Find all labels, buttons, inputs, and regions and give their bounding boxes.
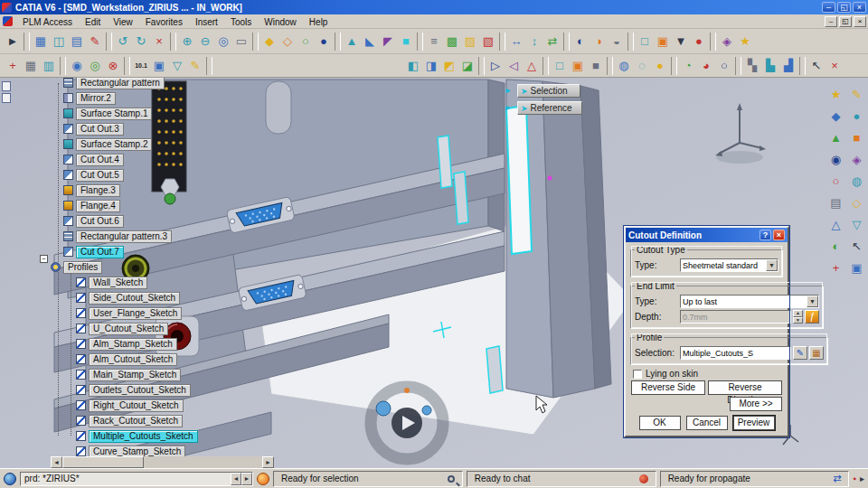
toolbar-icon[interactable] <box>799 57 806 75</box>
toolbar-icon[interactable]: ◨ <box>422 57 440 75</box>
toolbar-icon[interactable]: ▚ <box>743 57 761 75</box>
toolbar-icon[interactable]: ◑ <box>590 33 608 51</box>
toolbar-icon[interactable] <box>124 57 130 75</box>
toolbar-icon[interactable]: ● <box>315 33 333 51</box>
tree-item[interactable]: Main_Stamp_Sketch <box>76 367 198 382</box>
toolbar-icon[interactable] <box>735 57 741 75</box>
toolbar-icon[interactable] <box>478 57 485 75</box>
toolbar-icon[interactable]: ↔ <box>507 33 525 51</box>
toolbar-icon[interactable]: ▷ <box>486 57 505 75</box>
profile-selection-field[interactable] <box>680 346 791 360</box>
selection-chip[interactable]: ➤ Selection <box>517 84 580 98</box>
toolbar-icon[interactable] <box>417 33 423 51</box>
menu-item[interactable]: PLM Access <box>16 16 79 28</box>
compass-sphere-icon[interactable] <box>376 401 391 416</box>
menu-item[interactable]: Window <box>258 16 303 28</box>
toolbar-icon[interactable]: ◎ <box>86 57 104 75</box>
cutout-profile-highlight-main[interactable] <box>506 106 532 254</box>
reverse-side-button[interactable]: Reverse Side <box>631 380 705 395</box>
toolbar-icon[interactable]: ■ <box>847 128 866 147</box>
toolbar-icon[interactable]: ◐ <box>571 33 590 51</box>
restore-button[interactable]: ◱ <box>837 2 851 13</box>
close-button[interactable]: × <box>853 2 866 13</box>
tree-item[interactable]: Surface Stamp.1 <box>63 106 198 121</box>
toolbar-icon[interactable] <box>106 33 112 51</box>
toolbar-icon[interactable]: ◧ <box>404 57 422 75</box>
toolbar-icon[interactable]: ↺ <box>114 33 132 51</box>
toolbar-icon[interactable]: 10.1 <box>132 57 150 75</box>
toolbar-icon[interactable] <box>214 57 404 75</box>
tree-item[interactable]: Cut Out.6 <box>63 213 198 229</box>
reverse-direction-button[interactable]: Reverse Direction <box>708 380 782 395</box>
toolbar-icon[interactable] <box>170 33 176 51</box>
toolbar-icon[interactable]: ◉ <box>68 57 86 75</box>
more-button[interactable]: More >> <box>730 397 782 411</box>
toolbar-icon[interactable] <box>671 57 677 75</box>
cancel-button[interactable]: Cancel <box>686 416 728 430</box>
toolbar-icon[interactable]: ▼ <box>672 33 690 51</box>
tree-item[interactable]: Rectangular pattern.3 <box>63 229 198 244</box>
toolbar-icon[interactable]: × <box>150 33 168 51</box>
toolbar-icon[interactable] <box>607 57 613 75</box>
toolbar-icon[interactable]: ◩ <box>440 57 458 75</box>
tree-scrollbar[interactable]: ◄ ► <box>51 456 274 468</box>
mdi-restore-button[interactable]: ◱ <box>839 16 852 27</box>
toolbar-icon[interactable]: ▣ <box>569 57 587 75</box>
menu-item[interactable]: Edit <box>79 16 107 28</box>
tree-item[interactable]: Rack_Cutout_Sketch <box>76 413 198 428</box>
tree-item[interactable]: Right_Cutout_Sketch <box>76 398 198 413</box>
toolbar-icon[interactable]: ▽ <box>168 57 186 75</box>
toolbar-icon[interactable]: ▽ <box>847 215 866 234</box>
toolbar-icon[interactable]: ○ <box>715 57 733 75</box>
toolbar-icon[interactable]: ▥ <box>40 57 58 75</box>
tree-item[interactable]: Cut Out.7 <box>63 244 198 259</box>
prd-field[interactable]: prd: *ZIRIUS* ◄ ► <box>20 472 253 486</box>
cutout-type-dropdown[interactable]: Sheetmetal standard ▼ <box>680 258 778 272</box>
toolbar-icon[interactable]: ★ <box>826 85 845 104</box>
ok-button[interactable]: OK <box>639 416 681 430</box>
toolbar-icon[interactable]: ⇄ <box>543 33 561 51</box>
toolbar-icon[interactable]: ◁ <box>505 57 523 75</box>
tree-item[interactable]: Cut Out.4 <box>63 152 198 167</box>
toolbar-icon[interactable]: ▣ <box>150 57 168 75</box>
tree-item[interactable]: Cut Out.5 <box>63 167 198 183</box>
toolbar-icon[interactable]: ◆ <box>260 33 278 51</box>
toolbar-icon[interactable] <box>710 33 716 51</box>
tree-item[interactable]: Wall_Sketch <box>76 275 198 290</box>
toolbar-icon[interactable]: ▙ <box>761 57 779 75</box>
toolbar-icon[interactable]: ≡ <box>425 33 443 51</box>
toolbar-icon[interactable]: ⊕ <box>178 33 196 51</box>
toolbar-icon[interactable]: ✎ <box>186 57 204 75</box>
toolbar-icon[interactable]: ▲ <box>826 128 845 147</box>
toolbar-icon[interactable]: ▦ <box>22 57 40 75</box>
propagate-icon[interactable]: ⇄ <box>833 473 841 484</box>
reference-arrow-icon[interactable]: ► <box>503 102 514 113</box>
tree-item[interactable]: Multiple_Cutouts_Sketch <box>76 428 198 444</box>
mini-doc-icon[interactable] <box>2 93 11 103</box>
tree-item[interactable]: U_Cutout_Sketch <box>76 321 198 336</box>
toolbar-icon[interactable]: ↖ <box>807 57 826 75</box>
status-arrow-icon[interactable]: ▸ <box>860 474 864 483</box>
toolbar-icon[interactable]: ▨ <box>461 33 479 51</box>
toolbar-icon[interactable]: ◈ <box>718 33 736 51</box>
toolbar-icon[interactable]: ◍ <box>615 57 633 75</box>
tree-item[interactable]: Mirror.2 <box>63 90 198 106</box>
toolbar-icon[interactable]: ◇ <box>847 193 866 212</box>
toolbar-icon[interactable]: ◍ <box>847 172 866 191</box>
tree-item[interactable]: Side_Cutout_Sketch <box>76 290 198 305</box>
toolbar-icon[interactable]: ◒ <box>608 33 626 51</box>
toolbar-icon[interactable]: ◣ <box>361 33 379 51</box>
toolbar-icon[interactable]: ▟ <box>779 57 797 75</box>
toolbar-icon[interactable]: × <box>826 57 844 75</box>
tree-item[interactable]: Flange.3 <box>63 183 198 198</box>
mini-doc-icon[interactable] <box>2 81 11 91</box>
toolbar-icon[interactable]: + <box>826 258 845 277</box>
toolbar-icon[interactable]: ◕ <box>697 57 715 75</box>
scrollbar-thumb[interactable] <box>62 456 144 468</box>
menu-item[interactable]: Favorites <box>139 16 189 28</box>
toolbar-icon[interactable]: ▦ <box>32 33 50 51</box>
sketch-icon[interactable]: ✎ <box>793 346 807 360</box>
tree-item[interactable]: User_Flange_Sketch <box>76 305 198 321</box>
toolbar-icon[interactable]: + <box>4 57 22 75</box>
selection-arrow-icon[interactable]: ► <box>503 85 514 96</box>
